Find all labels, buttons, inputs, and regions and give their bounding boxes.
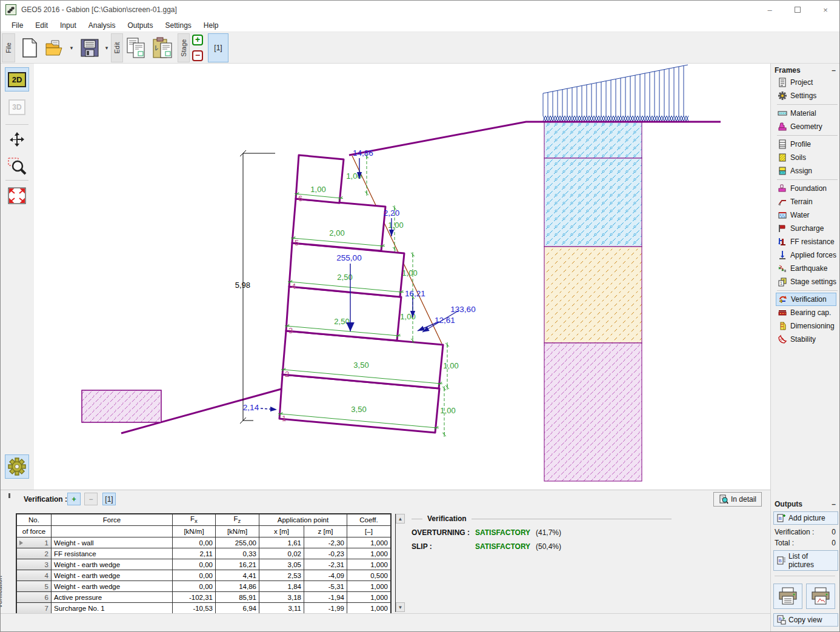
menu-settings[interactable]: Settings [159,19,197,32]
frames-title: Frames [775,66,801,75]
frame-item-surcharge[interactable]: Surcharge [776,222,836,235]
table-row[interactable]: 1 Weight - wall0,00255,00 1,61-2,301,000 [17,537,391,548]
frame-item-terrain[interactable]: Terrain [776,195,836,208]
fit-arrows-icon [8,187,26,204]
add-picture-icon: B [776,513,786,523]
frame-item-project[interactable]: Project [776,76,836,89]
verification-add-button[interactable]: + [67,493,81,505]
table-row[interactable]: 2 FF resistance2,110,33 0,02-0,231,000 [17,548,391,559]
fit-view-button[interactable] [5,184,29,208]
view-2d-button[interactable]: 2D [5,67,29,91]
stage-remove-button[interactable]: − [192,50,203,61]
svg-text:3,50: 3,50 [353,361,368,370]
maximize-button[interactable] [784,1,812,19]
table-row[interactable]: 7 Surcharge No. 1-10,536,94 3,11-1,991,0… [17,603,391,614]
col-header-no[interactable]: No. [17,514,52,526]
table-row[interactable]: 4 Weight - earth wedge0,004,41 2,53-4,09… [17,570,391,581]
copy-view-button[interactable]: B Copy view [773,613,838,627]
outputs-title: Outputs [775,500,802,508]
col-header-force[interactable]: Force [52,514,173,526]
verification-remove-button[interactable]: − [84,493,98,505]
svg-text:133,60: 133,60 [450,305,475,314]
in-detail-button[interactable]: In detail [713,492,762,507]
drawing-canvas[interactable]: 5,98 3,50 3,50 2,50 2,50 2,00 1,00 1 2 [34,64,770,490]
frame-item-geometry[interactable]: Geometry [776,120,836,133]
svg-text:255,00: 255,00 [336,253,361,262]
outputs-panel: Outputs – B Add picture Verification :0 … [771,497,840,628]
save-dropdown[interactable]: ▾ [102,33,111,62]
menu-analysis[interactable]: Analysis [82,19,122,32]
frame-item-stage-settings[interactable]: 21 Stage settings [776,275,836,288]
menu-outputs[interactable]: Outputs [121,19,159,32]
scroll-down-arrow[interactable]: ▼ [396,602,405,612]
frame-item-assign[interactable]: Assign [776,164,836,178]
frame-item-earthquake[interactable]: Earthquake [776,262,836,275]
table-row[interactable]: 5 Weight - earth wedge0,0014,86 1,84-5,3… [17,581,391,592]
verification-icon [778,294,788,304]
svg-text:B: B [779,516,782,521]
frame-item-soils[interactable]: Soils [776,151,836,164]
applied-forces-icon [778,250,787,260]
stage-1-button[interactable]: [1] [208,33,228,62]
svg-text:14,86: 14,86 [353,148,373,158]
drawing-settings-button[interactable] [5,454,29,479]
add-picture-button[interactable]: B Add picture [773,511,838,525]
result-slip: SLIP : SATISFACTORY (50,4%) [412,542,751,551]
col-header-coeff[interactable]: Coeff. [347,514,391,526]
open-dropdown[interactable]: ▾ [67,33,76,62]
verification-stage-button[interactable]: [1] [102,493,116,505]
front-soil-block [82,390,161,422]
table-scrollbar[interactable]: ▲ ▼ [395,514,405,612]
frame-item-water[interactable]: Water [776,208,836,222]
scroll-up-arrow[interactable]: ▲ [396,514,405,524]
svg-text:2,20: 2,20 [384,208,399,218]
pan-tool-button[interactable] [5,128,29,152]
col-header-fx[interactable]: Fx [173,514,216,526]
frame-item-bearing-cap[interactable]: Bearing cap. [776,306,836,319]
outputs-minimize-button[interactable]: – [832,500,837,508]
view-3d-button[interactable]: 3D [5,95,29,119]
water-icon [778,210,787,220]
table-row[interactable]: 3 Weight - earth wedge0,0016,21 3,05-2,3… [17,559,391,570]
print-picture-button[interactable] [806,584,835,609]
close-button[interactable]: × [812,1,839,19]
overturning-status: SATISFACTORY [475,528,536,537]
open-file-button[interactable] [43,33,67,62]
table-row[interactable]: 6 Active pressure-102,3185,91 3,18-1,941… [17,592,391,603]
col-header-application-point[interactable]: Application point [259,514,347,526]
frame-item-dimensioning[interactable]: Dimensioning [776,319,836,333]
frame-item-applied-forces[interactable]: Applied forces [776,248,836,262]
frame-item-ff-resistance[interactable]: FF resistance [776,235,836,248]
frames-minimize-button[interactable]: – [832,66,837,75]
menu-file[interactable]: File [5,19,29,32]
frame-item-settings[interactable]: Settings [776,89,836,102]
svg-text:1,00: 1,00 [440,406,455,415]
forces-table: No. Force Fx Fz Application point Coeff.… [16,513,392,614]
menu-edit[interactable]: Edit [29,19,54,32]
copy-button[interactable] [124,33,148,62]
frame-item-profile[interactable]: Profile [776,138,836,151]
stage-add-button[interactable]: + [192,35,203,45]
save-button[interactable] [77,33,102,62]
list-of-pictures-button[interactable]: B List of pictures [773,550,838,571]
outputs-verification-count: Verification :0 [771,527,840,537]
paste-button[interactable] [150,33,176,62]
col-header-fz[interactable]: Fz [216,514,259,526]
frame-item-stability[interactable]: Stability [776,333,836,346]
terrain-icon [778,197,787,207]
frame-item-foundation[interactable]: Foundation [776,182,836,195]
view-toolbar: 2D 3D [1,64,34,491]
result-overturning: OVERTURNING : SATISFACTORY (41,7%) [412,528,751,537]
menu-input[interactable]: Input [54,19,82,32]
print-document-button[interactable] [773,584,802,609]
frame-item-verification[interactable]: Verification [776,293,836,306]
results-group-title: Verification [427,514,467,523]
window-title: GEO5 2016 - Gabion [C:\Gabion\screen-01.… [21,5,177,14]
new-file-button[interactable] [19,33,41,62]
frame-item-material[interactable]: Material [776,107,836,120]
wall-block-5 [292,199,385,251]
zoom-tool-button[interactable] [5,153,29,178]
menu-help[interactable]: Help [198,19,225,32]
svg-text:16,21: 16,21 [405,289,425,298]
minimize-button[interactable]: – [756,1,784,19]
